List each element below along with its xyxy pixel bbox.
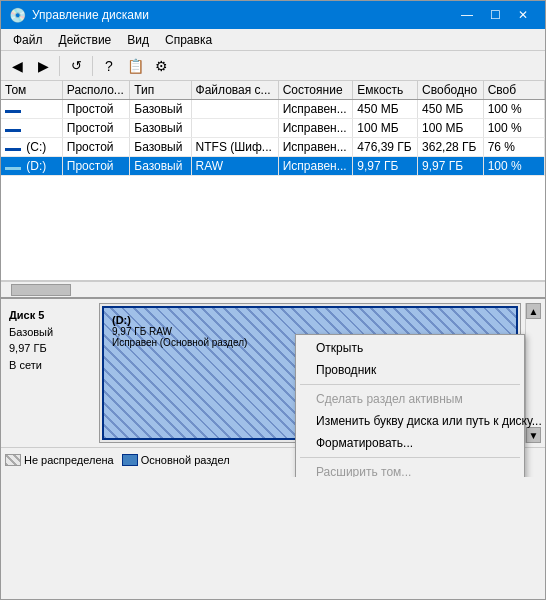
context-menu: Открыть Проводник Сделать раздел активны… — [295, 334, 525, 477]
row-vol-name-2: (C:) — [26, 140, 46, 154]
cell-name-3: (D:) — [1, 157, 62, 176]
table-header-row: Том Располо... Тип Файловая с... Состоян… — [1, 81, 545, 100]
cell-loc-2: Простой — [62, 138, 129, 157]
cell-name-0 — [1, 100, 62, 119]
main-area: Том Располо... Тип Файловая с... Состоян… — [1, 81, 545, 599]
table-row[interactable]: (C:) Простой Базовый NTFS (Шиф... Исправ… — [1, 138, 545, 157]
disk-status-label: В сети — [9, 357, 91, 374]
disk-table: Том Располо... Тип Файловая с... Состоян… — [1, 81, 545, 176]
cell-type-0: Базовый — [130, 100, 191, 119]
disk-size-label: 9,97 ГБ — [9, 340, 91, 357]
ctx-open[interactable]: Открыть — [296, 337, 524, 359]
refresh-button[interactable]: ↺ — [64, 54, 88, 78]
toolbar-sep-2 — [92, 56, 93, 76]
cell-loc-1: Простой — [62, 119, 129, 138]
vscrollbar-down[interactable]: ▼ — [526, 427, 541, 443]
cell-fs-0 — [191, 100, 278, 119]
legend-item-unalloc: Не распределена — [5, 454, 114, 466]
cell-status-3: Исправен... — [278, 157, 353, 176]
disk-info-panel: Диск 5 Базовый 9,97 ГБ В сети — [5, 303, 95, 443]
legend-unalloc-label: Не распределена — [24, 454, 114, 466]
cell-type-3: Базовый — [130, 157, 191, 176]
main-window: 💿 Управление дисками — ☐ ✕ Файл Действие… — [0, 0, 546, 600]
cell-pct-3: 100 % — [483, 157, 544, 176]
cell-cap-1: 100 МБ — [353, 119, 418, 138]
cell-fs-2: NTFS (Шиф... — [191, 138, 278, 157]
ctx-make-active: Сделать раздел активным — [296, 388, 524, 410]
cell-cap-2: 476,39 ГБ — [353, 138, 418, 157]
toolbar: ◀ ▶ ↺ ? 📋 ⚙ — [1, 51, 545, 81]
menu-view[interactable]: Вид — [119, 29, 157, 51]
cell-fs-1 — [191, 119, 278, 138]
disk-line-icon — [5, 110, 21, 113]
partition-d-label: (D:) — [112, 314, 508, 326]
back-button[interactable]: ◀ — [5, 54, 29, 78]
forward-button[interactable]: ▶ — [31, 54, 55, 78]
cell-pct-2: 76 % — [483, 138, 544, 157]
disk-partition-map: (D:) 9,97 ГБ RAW Исправен (Основной разд… — [99, 303, 521, 443]
col-header-free: Свободно — [418, 81, 484, 100]
window-title: Управление дисками — [32, 8, 149, 22]
cell-name-2: (C:) — [1, 138, 62, 157]
properties-toolbar-button[interactable]: 📋 — [123, 54, 147, 78]
table-hscrollbar[interactable] — [1, 281, 545, 297]
ctx-sep-1 — [300, 384, 520, 385]
disk-line-icon — [5, 129, 21, 132]
legend-unalloc-icon — [5, 454, 21, 466]
legend-primary-icon — [122, 454, 138, 466]
table-row[interactable]: (D:) Простой Базовый RAW Исправен... 9,9… — [1, 157, 545, 176]
cell-status-0: Исправен... — [278, 100, 353, 119]
cell-free-3: 9,97 ГБ — [418, 157, 484, 176]
cell-loc-3: Простой — [62, 157, 129, 176]
col-header-type: Тип — [130, 81, 191, 100]
cell-pct-0: 100 % — [483, 100, 544, 119]
disk-name-label: Диск 5 — [9, 307, 91, 324]
title-bar-left: 💿 Управление дисками — [9, 7, 149, 23]
cell-free-0: 450 МБ — [418, 100, 484, 119]
disk-line-icon — [5, 148, 21, 151]
ctx-extend: Расширить том... — [296, 461, 524, 477]
ctx-sep-2 — [300, 457, 520, 458]
toolbar-sep-1 — [59, 56, 60, 76]
col-header-freepct: Своб — [483, 81, 544, 100]
menu-file[interactable]: Файл — [5, 29, 51, 51]
table-area[interactable]: Том Располо... Тип Файловая с... Состоян… — [1, 81, 545, 281]
maximize-button[interactable]: ☐ — [481, 1, 509, 29]
cell-loc-0: Простой — [62, 100, 129, 119]
col-header-volume: Том — [1, 81, 62, 100]
cell-free-2: 362,28 ГБ — [418, 138, 484, 157]
bottom-disk-panel: Диск 5 Базовый 9,97 ГБ В сети (D:) 9,97 … — [1, 297, 545, 477]
minimize-button[interactable]: — — [453, 1, 481, 29]
table-row[interactable]: Простой Базовый Исправен... 100 МБ 100 М… — [1, 119, 545, 138]
menu-help[interactable]: Справка — [157, 29, 220, 51]
cell-type-1: Базовый — [130, 119, 191, 138]
cell-cap-3: 9,97 ГБ — [353, 157, 418, 176]
ctx-explorer[interactable]: Проводник — [296, 359, 524, 381]
cell-fs-3: RAW — [191, 157, 278, 176]
window-icon: 💿 — [9, 7, 26, 23]
hscrollbar-thumb[interactable] — [11, 284, 71, 296]
ctx-format[interactable]: Форматировать... — [296, 432, 524, 454]
cell-status-1: Исправен... — [278, 119, 353, 138]
menu-action[interactable]: Действие — [51, 29, 120, 51]
title-bar: 💿 Управление дисками — ☐ ✕ — [1, 1, 545, 29]
ctx-change-letter[interactable]: Изменить букву диска или путь к диску... — [296, 410, 524, 432]
settings-toolbar-button[interactable]: ⚙ — [149, 54, 173, 78]
col-header-capacity: Емкость — [353, 81, 418, 100]
help-toolbar-button[interactable]: ? — [97, 54, 121, 78]
cell-status-2: Исправен... — [278, 138, 353, 157]
title-buttons: — ☐ ✕ — [453, 1, 537, 29]
cell-pct-1: 100 % — [483, 119, 544, 138]
col-header-status: Состояние — [278, 81, 353, 100]
col-header-location: Располо... — [62, 81, 129, 100]
table-row[interactable]: Простой Базовый Исправен... 450 МБ 450 М… — [1, 100, 545, 119]
close-button[interactable]: ✕ — [509, 1, 537, 29]
disk-view: Диск 5 Базовый 9,97 ГБ В сети (D:) 9,97 … — [1, 299, 545, 447]
disk-type-label: Базовый — [9, 324, 91, 341]
legend-item-primary: Основной раздел — [122, 454, 230, 466]
vscrollbar-up[interactable]: ▲ — [526, 303, 541, 319]
menu-bar: Файл Действие Вид Справка — [1, 29, 545, 51]
legend-primary-label: Основной раздел — [141, 454, 230, 466]
cell-name-1 — [1, 119, 62, 138]
col-header-fs: Файловая с... — [191, 81, 278, 100]
